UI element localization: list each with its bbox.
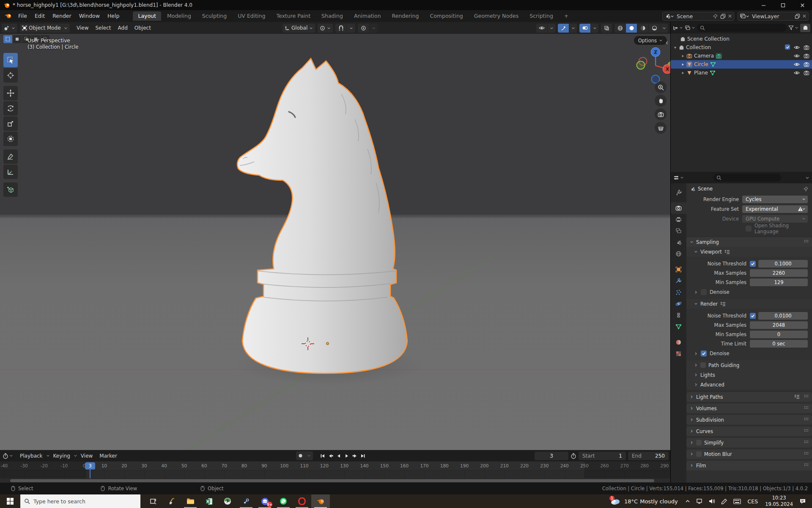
current-frame-field[interactable]: 3 (535, 452, 568, 460)
hide-eye-icon[interactable] (794, 61, 800, 67)
pen-icon[interactable] (721, 498, 727, 505)
tab-animation[interactable]: Animation (349, 11, 386, 21)
timeline-track[interactable] (0, 471, 670, 478)
vp-menu-add[interactable]: Add (115, 22, 131, 34)
tl-menu-playback[interactable]: Playback (16, 450, 46, 462)
expand-icon[interactable] (681, 54, 685, 58)
app-excel-icon[interactable] (200, 494, 218, 508)
perspective-toggle-button[interactable] (655, 122, 667, 134)
proportional-edit-toggle[interactable] (358, 24, 369, 33)
tab-compositing[interactable]: Compositing (425, 11, 468, 21)
start-button[interactable] (0, 494, 20, 508)
rn-denoise-checkbox[interactable] (701, 351, 707, 356)
vp-noise-threshold-field[interactable]: 0.1000 (758, 260, 808, 268)
tl-menu-view[interactable]: View (77, 450, 96, 462)
tool-add-cube[interactable] (3, 182, 18, 197)
show-gizmo-toggle[interactable] (558, 24, 569, 33)
shading-wireframe-button[interactable] (614, 24, 625, 33)
app-whatsapp-icon[interactable] (274, 494, 293, 508)
new-scene-icon[interactable] (720, 14, 726, 19)
render-visibility-icon[interactable] (804, 70, 809, 76)
menu-edit[interactable]: Edit (31, 10, 49, 22)
drag-grip-icon[interactable] (803, 428, 809, 434)
preset-icon[interactable] (794, 394, 800, 400)
shading-dropdown[interactable] (660, 24, 668, 33)
render-visibility-icon[interactable] (804, 44, 809, 50)
tab-material[interactable] (671, 337, 686, 348)
subsection-advanced[interactable]: Advanced (686, 380, 812, 389)
app-opera-icon[interactable] (293, 494, 311, 508)
tab-rendering[interactable]: Rendering (387, 11, 424, 21)
section-simplify[interactable]: Simplify (686, 437, 812, 447)
tab-view-layer[interactable] (671, 225, 686, 237)
outliner-row-plane[interactable]: Plane (671, 69, 812, 77)
snap-toggle[interactable] (335, 24, 346, 33)
drag-grip-icon[interactable] (803, 239, 809, 245)
menu-help[interactable]: Help (104, 10, 123, 22)
navigation-gizmo[interactable]: Y X Z (635, 45, 670, 86)
collection-checkbox[interactable] (785, 44, 790, 50)
new-collection-button[interactable] (800, 24, 810, 32)
tab-sculpting[interactable]: Sculpting (197, 11, 232, 21)
tool-measure[interactable] (3, 165, 18, 179)
tab-texture[interactable] (671, 348, 686, 359)
outliner-row-camera[interactable]: Camera (671, 52, 812, 60)
rn-max-samples-field[interactable]: 2048 (750, 321, 808, 329)
tab-modifiers[interactable] (671, 275, 686, 287)
section-film[interactable]: Film (686, 460, 812, 470)
region-collapse-icon[interactable] (665, 41, 669, 45)
vp-min-samples-field[interactable]: 129 (750, 279, 808, 286)
tray-expand-icon[interactable] (685, 499, 690, 503)
drag-grip-icon[interactable] (803, 417, 809, 422)
render-engine-dropdown[interactable]: Cycles (742, 196, 808, 203)
viewlayer-selector[interactable]: ViewLayer (738, 12, 809, 21)
minimize-button[interactable] (754, 0, 773, 10)
section-sampling[interactable]: Sampling (686, 237, 812, 247)
pan-button[interactable] (655, 95, 667, 107)
hide-eye-icon[interactable] (794, 70, 800, 76)
mode-selector[interactable]: Object Mode (20, 24, 70, 33)
vp-menu-view[interactable]: View (73, 22, 92, 34)
tl-menu-keying[interactable]: Keying (50, 450, 74, 462)
remove-viewlayer-icon[interactable] (802, 14, 807, 18)
xray-toggle[interactable] (601, 24, 612, 33)
tab-output[interactable] (671, 214, 686, 225)
app-file-explorer-icon[interactable] (181, 494, 200, 508)
render-visibility-icon[interactable] (804, 61, 809, 67)
app-plane-game-icon[interactable] (218, 494, 237, 508)
drag-grip-icon[interactable] (803, 394, 809, 400)
scene-selector[interactable]: Scene (662, 12, 734, 21)
properties-editor-type[interactable] (673, 175, 684, 181)
properties-filter-dropdown[interactable] (805, 176, 809, 180)
section-light-paths[interactable]: Light Paths (686, 392, 812, 402)
tab-texture-paint[interactable]: Texture Paint (271, 11, 315, 21)
end-frame-field[interactable]: End 250 (628, 452, 669, 460)
start-frame-field[interactable]: Start 1 (579, 452, 626, 460)
time-limit-field[interactable]: 0 sec (750, 340, 808, 348)
menu-render[interactable]: Render (49, 10, 75, 22)
outliner-display-mode[interactable] (672, 25, 683, 31)
subsection-render[interactable]: Render (686, 299, 812, 309)
tab-tool[interactable] (671, 187, 686, 198)
tool-transform[interactable] (3, 132, 18, 146)
app-blender-icon[interactable] (311, 494, 330, 508)
section-curves[interactable]: Curves (686, 426, 812, 436)
motion-blur-checkbox[interactable] (696, 451, 702, 457)
shading-rendered-button[interactable] (649, 24, 660, 33)
render-visibility-icon[interactable] (804, 53, 809, 59)
shading-solid-button[interactable] (626, 24, 637, 33)
outliner-row-circle[interactable]: Circle (671, 60, 812, 69)
unlink-scene-icon[interactable] (728, 14, 732, 18)
tool-scale[interactable] (3, 116, 18, 131)
tab-modeling[interactable]: Modeling (162, 11, 196, 21)
new-viewlayer-icon[interactable] (795, 14, 800, 19)
expand-icon[interactable] (694, 290, 698, 294)
prev-keyframe-button[interactable] (326, 452, 335, 460)
vp-noise-threshold-checkbox[interactable] (750, 261, 756, 267)
pin-icon[interactable] (803, 186, 809, 192)
volume-icon[interactable] (709, 498, 715, 504)
outliner-search-input[interactable] (697, 24, 787, 32)
select-box-button[interactable] (13, 35, 22, 43)
menu-file[interactable]: File (14, 10, 31, 22)
show-object-types-button[interactable] (536, 24, 547, 33)
